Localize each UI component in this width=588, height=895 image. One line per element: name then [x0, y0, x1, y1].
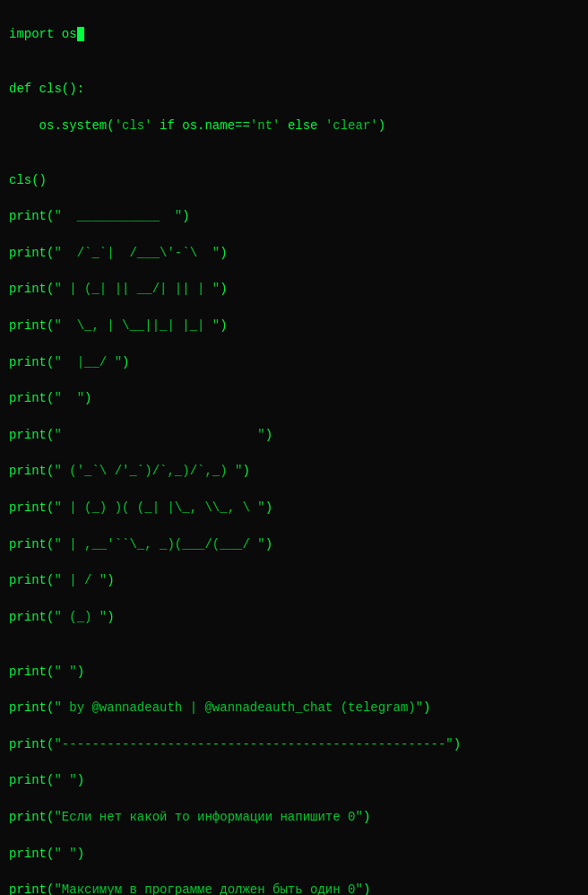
code-line-9: print(" | (_| || __/| || | ") [9, 280, 579, 298]
code-line-17: print(" | / ") [9, 571, 579, 589]
code-line-15: print(" | (_) )( (_| |\_, \\_, \ ") [9, 499, 579, 517]
code-editor[interactable]: import os def cls(): os.system('cls' if … [9, 7, 579, 895]
code-line-20: print(" ") [9, 663, 579, 681]
code-line-16: print(" | ,__'``\_, _)(___/(___/ ") [9, 535, 579, 553]
code-line-12: print(" ") [9, 389, 579, 407]
code-line-1: import os [9, 25, 579, 43]
code-line-25: print(" ") [9, 845, 579, 863]
code-line-21: print(" by @wannadeauth | @wannadeauth_c… [9, 699, 579, 717]
code-line-3: def cls(): [9, 80, 579, 98]
code-line-10: print(" \_, | \__||_| |_| ") [9, 317, 579, 335]
code-line-8: print(" /`_`| /___\'-`\ ") [9, 244, 579, 262]
code-line-4: os.system('cls' if os.name=='nt' else 'c… [9, 117, 579, 135]
code-line-24: print("Если нет какой то информации напи… [9, 808, 579, 826]
code-line-26: print("Максимум в программе должен быть … [9, 881, 579, 895]
code-line-18: print(" (_) ") [9, 608, 579, 626]
code-line-22: print("---------------------------------… [9, 735, 579, 753]
code-line-11: print(" |__/ ") [9, 353, 579, 371]
code-line-23: print(" ") [9, 771, 579, 789]
code-line-6: cls() [9, 171, 579, 189]
code-line-13: print(" ") [9, 426, 579, 444]
code-line-7: print(" ___________ ") [9, 207, 579, 225]
code-line-14: print(" ('_`\ /'_`)/`,_)/`,_) ") [9, 462, 579, 480]
